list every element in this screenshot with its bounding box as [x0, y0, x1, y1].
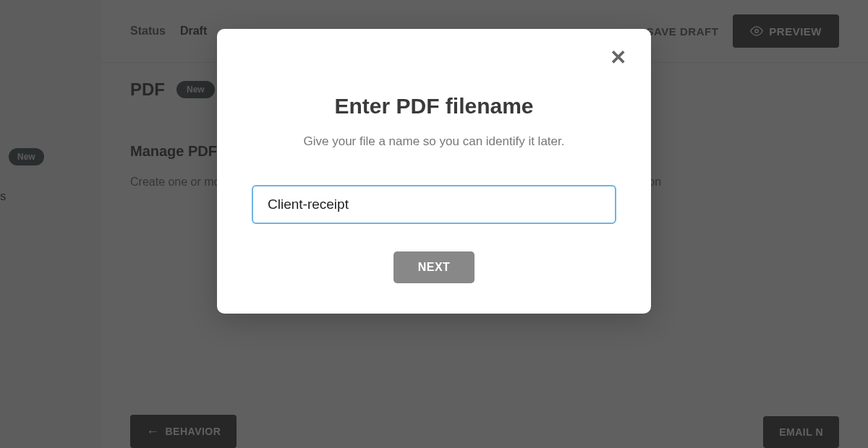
filename-input[interactable] [252, 185, 616, 224]
close-icon: ✕ [610, 46, 626, 69]
close-button[interactable]: ✕ [610, 48, 626, 68]
modal-title: Enter PDF filename [252, 94, 616, 119]
modal-subtitle: Give your file a name so you can identif… [252, 134, 616, 149]
filename-modal: ✕ Enter PDF filename Give your file a na… [217, 29, 651, 314]
next-button[interactable]: NEXT [393, 251, 475, 283]
